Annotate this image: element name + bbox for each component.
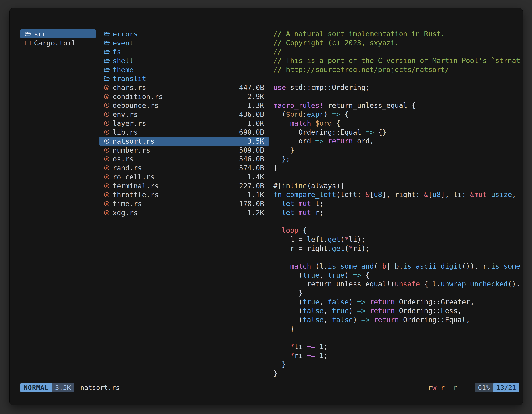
file-size: 2.9K — [247, 92, 264, 101]
file-size: 1.1K — [247, 191, 264, 199]
file-size: 3.5K — [247, 137, 264, 145]
code-line: Ordering::Equal => {} — [273, 128, 521, 137]
preview-pane[interactable]: // A natural sort implementation in Rust… — [273, 29, 521, 379]
code-line: let mut r; — [273, 208, 521, 217]
file-name: errors — [113, 30, 138, 38]
parent-pane[interactable]: srcCargo.toml — [20, 29, 96, 47]
code-line: ($ord:expr) => { — [273, 110, 521, 119]
file-permissions: -rw-r--r-- — [424, 384, 466, 392]
parent-item[interactable]: src — [20, 29, 96, 39]
status-bar-right: -rw-r--r-- 61% 13/21 — [424, 383, 519, 392]
code-line — [273, 173, 521, 182]
rust-icon: R — [103, 93, 110, 100]
svg-text:R: R — [106, 131, 108, 134]
code-line: // Copyright (c) 2023, sxyazi. — [273, 39, 521, 48]
file-name: terminal.rs — [113, 182, 159, 190]
svg-text:R: R — [106, 175, 108, 179]
svg-text:R: R — [106, 86, 108, 89]
file-row[interactable]: Rnumber.rs589.0B — [99, 146, 269, 155]
svg-text:R: R — [106, 202, 108, 205]
rust-icon: R — [103, 102, 110, 109]
file-row[interactable]: Rrand.rs574.0B — [99, 164, 269, 173]
code-line: (true, false) => return Ordering::Greate… — [273, 298, 521, 307]
code-line: ord => return ord, — [273, 137, 521, 146]
folder-open-icon — [103, 75, 110, 82]
code-line: match (l.is_some_and(|b| b.is_ascii_digi… — [273, 262, 521, 271]
file-row[interactable]: theme — [99, 65, 269, 74]
file-name: theme — [113, 66, 133, 74]
code-line: fn compare_left(left: &[u8], right: &[u8… — [273, 190, 521, 199]
rust-icon: R — [103, 155, 110, 163]
file-row[interactable]: Renv.rs436.0B — [99, 110, 269, 119]
code-line: } — [273, 164, 521, 173]
file-row[interactable]: Rlayer.rs1.0K — [99, 119, 269, 128]
file-name: os.rs — [113, 155, 133, 163]
file-name: throttle.rs — [113, 191, 159, 199]
svg-text:R: R — [106, 193, 108, 197]
file-size: 1.0K — [247, 119, 264, 127]
rust-icon: R — [103, 209, 110, 216]
file-row[interactable]: event — [99, 39, 269, 48]
file-row[interactable]: Rchars.rs447.0B — [99, 83, 269, 92]
file-row[interactable]: Rlib.rs690.0B — [99, 128, 269, 137]
rust-icon: R — [103, 111, 110, 118]
file-row[interactable]: fs — [99, 47, 269, 56]
file-row[interactable]: Rro_cell.rs1.4K — [99, 173, 269, 182]
code-line: r = right.get(*ri); — [273, 244, 521, 253]
file-name: translit — [113, 75, 146, 83]
file-name: lib.rs — [113, 128, 138, 136]
file-row[interactable]: Ros.rs546.0B — [99, 155, 269, 164]
file-row[interactable]: Rtime.rs178.0B — [99, 199, 269, 208]
file-name: src — [34, 30, 47, 38]
file-size: 1.4K — [247, 173, 264, 181]
svg-text:R: R — [106, 104, 108, 107]
file-row[interactable]: Rnatsort.rs3.5K — [99, 137, 269, 146]
folder-open-icon — [25, 30, 31, 38]
file-name: event — [113, 39, 133, 47]
file-name: Cargo.toml — [34, 39, 76, 47]
parent-item[interactable]: Cargo.toml — [20, 39, 96, 48]
file-row[interactable]: Rdebounce.rs1.3K — [99, 101, 269, 110]
code-line — [273, 217, 521, 226]
file-row[interactable]: Rthrottle.rs1.1K — [99, 190, 269, 199]
svg-text:R: R — [106, 148, 108, 152]
selected-file-size: 3.5K — [52, 383, 74, 392]
code-line: return_unless_equal!(unsafe { l.unwrap_u… — [273, 279, 521, 289]
code-line: // A natural sort implementation in Rust… — [273, 29, 521, 39]
code-line: l = left.get(*li); — [273, 235, 521, 244]
code-line: match $ord { — [273, 119, 521, 128]
rust-icon: R — [103, 191, 110, 198]
file-row[interactable]: Rcondition.rs2.9K — [99, 92, 269, 101]
code-line: // — [273, 47, 521, 56]
file-name: shell — [113, 57, 133, 65]
current-pane[interactable]: errorseventfsshellthemetranslitRchars.rs… — [99, 29, 269, 217]
code-line: } — [273, 324, 521, 333]
file-row[interactable]: shell — [99, 56, 269, 65]
file-name: condition.rs — [113, 92, 163, 101]
code-line — [273, 92, 521, 101]
file-name: env.rs — [113, 110, 138, 118]
file-name: debounce.rs — [113, 101, 159, 109]
code-line: } — [273, 289, 521, 298]
rust-icon: R — [103, 138, 110, 144]
toml-icon — [25, 39, 31, 47]
code-line — [273, 74, 521, 83]
file-name: number.rs — [113, 146, 150, 154]
file-row[interactable]: errors — [99, 29, 269, 39]
code-line: #[inline(always)] — [273, 182, 521, 191]
svg-text:R: R — [106, 211, 108, 214]
file-row[interactable]: Rxdg.rs1.2K — [99, 208, 269, 217]
file-size: 227.0B — [239, 182, 264, 190]
rust-icon: R — [103, 147, 110, 154]
file-row[interactable]: translit — [99, 74, 269, 83]
folder-open-icon — [103, 48, 110, 55]
rust-icon: R — [103, 84, 110, 91]
svg-text:R: R — [106, 122, 108, 125]
status-bar-left: NORMAL 3.5K natsort.rs — [20, 383, 120, 392]
code-line: } — [273, 360, 521, 369]
rust-icon: R — [103, 120, 110, 127]
svg-text:R: R — [106, 139, 108, 143]
file-size: 546.0B — [239, 155, 264, 163]
file-row[interactable]: Rterminal.rs227.0B — [99, 182, 269, 191]
file-size: 1.2K — [247, 209, 264, 217]
